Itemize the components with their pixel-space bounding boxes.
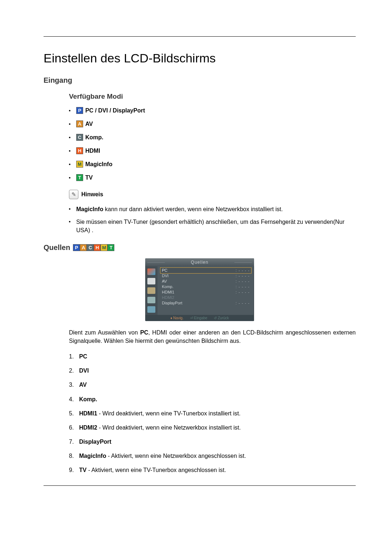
quellen-list-item: 2.DVI xyxy=(69,366,356,375)
osd-source-list: PC: - - - -DVI: - - - -AV: - - - -Komp.:… xyxy=(158,266,254,315)
mode-item: T TV xyxy=(69,174,356,181)
mode-icon-strip: P A C H M T xyxy=(73,244,114,251)
mode-letter-icon: A xyxy=(76,120,83,127)
quellen-list-item: 6.HDMI2 - Wird deaktiviert, wenn eine Ne… xyxy=(69,423,356,432)
mode-label: Komp. xyxy=(85,134,103,141)
mode-letter-icon: H xyxy=(76,147,83,154)
mode-letter-icon: P xyxy=(76,107,83,114)
osd-row: Komp.: - - - - xyxy=(160,284,251,290)
mode-label: MagicInfo xyxy=(85,161,113,168)
bottom-divider xyxy=(44,485,356,486)
hinweis-list: MagicInfo kann nur dann aktiviert werden… xyxy=(69,205,356,235)
osd-row: PC: - - - - xyxy=(160,268,251,273)
osd-footer: ♦ Navig. ⏎ Eingabe ↺ Zurück xyxy=(145,315,254,321)
osd-row: DisplayPort: - - - - xyxy=(160,300,251,306)
a-icon: A xyxy=(80,244,87,251)
quellen-paragraph: Dient zum Auswählen von PC, HDMI oder ei… xyxy=(69,328,356,345)
quellen-numlist: 1.PC2.DVI3.AV4.Komp.5.HDMI1 - Wird deakt… xyxy=(69,352,356,475)
osd-row: AV: - - - - xyxy=(160,279,251,284)
osd-row: HDMI2 xyxy=(160,295,251,300)
h-icon: H xyxy=(94,244,101,251)
quellen-list-item: 8.MagicInfo - Aktiviert, wenn eine Netzw… xyxy=(69,452,356,460)
mode-list: P PC / DVI / DisplayPortA AVC Komp.H HDM… xyxy=(69,107,356,181)
page-title: Einstellen des LCD-Bildschirms xyxy=(44,51,356,65)
mode-letter-icon: M xyxy=(76,161,83,168)
section-quellen: Quellen xyxy=(44,243,70,252)
mode-item: M MagicInfo xyxy=(69,161,356,168)
quellen-list-item: 9.TV - Aktiviert, wenn eine TV-Tunerbox … xyxy=(69,466,356,474)
osd-row: HDMI1: - - - - xyxy=(160,290,251,295)
mode-label: TV xyxy=(85,175,93,181)
section-eingang: Eingang xyxy=(44,76,356,85)
quellen-list-item: 1.PC xyxy=(69,352,356,361)
t-icon: T xyxy=(107,244,114,251)
quellen-list-item: 7.DisplayPort xyxy=(69,438,356,446)
hinweis-label: Hinweis xyxy=(81,191,103,198)
top-divider xyxy=(44,36,356,37)
mode-label: HDMI xyxy=(85,148,100,154)
quellen-list-item: 3.AV xyxy=(69,381,356,389)
subhead-verfuegbare-modi: Verfügbare Modi xyxy=(69,93,356,100)
mode-label: PC / DVI / DisplayPort xyxy=(85,107,145,114)
mode-item: H HDMI xyxy=(69,147,356,154)
osd-enter-label: Eingabe xyxy=(194,316,207,320)
quellen-list-item: 4.Komp. xyxy=(69,395,356,403)
mode-letter-icon: C xyxy=(76,134,83,141)
osd-row: DVI: - - - - xyxy=(160,273,251,279)
osd-nav-label: Navig. xyxy=(173,316,183,320)
hinweis-item: Sie müssen einen TV-Tuner (gesondert erh… xyxy=(69,218,356,234)
osd-screenshot: Quellen PC: - - - -DVI: - - - -AV: - - -… xyxy=(145,258,254,321)
m-icon: M xyxy=(101,244,107,251)
p-icon: P xyxy=(73,244,80,251)
mode-label: AV xyxy=(85,121,93,127)
osd-title: Quellen xyxy=(145,258,254,266)
mode-item: C Komp. xyxy=(69,134,356,141)
hinweis-item: MagicInfo kann nur dann aktiviert werden… xyxy=(69,205,356,213)
mode-item: A AV xyxy=(69,120,356,127)
note-icon: ✎ xyxy=(69,190,78,199)
osd-back-label: Zurück xyxy=(218,316,229,320)
c-icon: C xyxy=(87,244,94,251)
mode-letter-icon: T xyxy=(76,174,83,181)
mode-item: P PC / DVI / DisplayPort xyxy=(69,107,356,114)
osd-sidebar-icons xyxy=(145,266,158,315)
quellen-list-item: 5.HDMI1 - Wird deaktiviert, wenn eine TV… xyxy=(69,409,356,418)
